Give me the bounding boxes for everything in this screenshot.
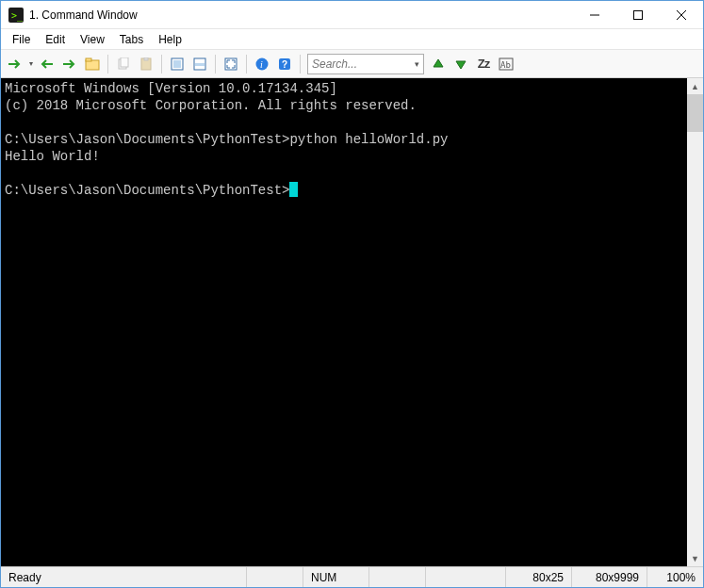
svg-rect-6 bbox=[121, 57, 128, 67]
status-caps bbox=[246, 567, 303, 587]
next-tab-button[interactable] bbox=[59, 54, 80, 74]
toolbar: ▾ bbox=[1, 50, 703, 78]
terminal-line: (c) 2018 Microsoft Corporation. All righ… bbox=[5, 98, 417, 113]
terminal-line: C:\Users\Jason\Documents\PythonTest>pyth… bbox=[5, 132, 448, 147]
search-dropdown-icon[interactable]: ▾ bbox=[415, 59, 419, 69]
case-icon: Zz bbox=[478, 57, 489, 71]
status-scroll bbox=[368, 567, 425, 587]
paste-button[interactable] bbox=[136, 54, 156, 74]
maximize-button[interactable] bbox=[616, 1, 660, 28]
status-spacer bbox=[425, 567, 505, 587]
terminal-area: Microsoft Windows [Version 10.0.17134.34… bbox=[1, 78, 703, 566]
cursor bbox=[289, 182, 298, 197]
terminal-prompt: C:\Users\Jason\Documents\PythonTest> bbox=[5, 183, 289, 198]
scroll-thumb[interactable] bbox=[687, 94, 703, 132]
menu-tabs[interactable]: Tabs bbox=[112, 31, 151, 48]
app-icon: >_ bbox=[8, 8, 24, 23]
scroll-up-icon[interactable]: ▲ bbox=[687, 78, 703, 94]
help-button[interactable]: ? bbox=[274, 54, 295, 74]
svg-text:?: ? bbox=[282, 59, 287, 70]
status-zoom: 100% bbox=[647, 567, 703, 587]
menu-view[interactable]: View bbox=[73, 31, 112, 48]
status-viewport: 80x25 bbox=[505, 567, 571, 587]
explorer-button[interactable] bbox=[82, 54, 103, 74]
menu-help[interactable]: Help bbox=[151, 31, 189, 48]
search-up-button[interactable] bbox=[428, 54, 449, 74]
scroll-track[interactable] bbox=[687, 94, 703, 550]
status-buffer: 80x9999 bbox=[571, 567, 647, 587]
svg-rect-4 bbox=[86, 58, 91, 61]
about-button[interactable]: i bbox=[252, 54, 272, 74]
case-toggle-button[interactable]: Zz bbox=[473, 54, 494, 74]
copy-button[interactable] bbox=[113, 54, 134, 74]
svg-rect-13 bbox=[225, 58, 237, 70]
select-block-button[interactable] bbox=[167, 54, 188, 74]
titlebar: >_ 1. Command Window bbox=[1, 1, 703, 29]
scroll-down-icon[interactable]: ▼ bbox=[687, 550, 703, 566]
terminal[interactable]: Microsoft Windows [Version 10.0.17134.34… bbox=[1, 78, 687, 566]
menubar: File Edit View Tabs Help bbox=[1, 29, 703, 50]
prev-tab-button[interactable] bbox=[37, 54, 57, 74]
regex-toggle-button[interactable]: Ab bbox=[496, 54, 516, 74]
close-button[interactable] bbox=[660, 1, 703, 28]
minimize-button[interactable] bbox=[573, 1, 616, 28]
scrollbar[interactable]: ▲ ▼ bbox=[687, 78, 703, 566]
fullscreen-button[interactable] bbox=[221, 54, 241, 74]
new-tab-dropdown[interactable]: ▾ bbox=[27, 59, 35, 68]
svg-rect-2 bbox=[634, 10, 643, 19]
svg-text:Ab: Ab bbox=[500, 60, 511, 70]
svg-rect-8 bbox=[144, 57, 148, 60]
svg-text:>_: >_ bbox=[11, 10, 24, 22]
status-num: NUM bbox=[303, 567, 368, 587]
select-line-button[interactable] bbox=[189, 54, 210, 74]
window-title: 1. Command Window bbox=[29, 8, 573, 22]
terminal-line: Hello World! bbox=[5, 149, 100, 164]
svg-rect-10 bbox=[173, 60, 181, 68]
statusbar: Ready NUM 80x25 80x9999 100% bbox=[1, 566, 703, 587]
search-down-button[interactable] bbox=[450, 54, 471, 74]
search-input[interactable] bbox=[312, 57, 411, 71]
menu-file[interactable]: File bbox=[5, 31, 38, 48]
terminal-line: Microsoft Windows [Version 10.0.17134.34… bbox=[5, 81, 337, 96]
search-box[interactable]: ▾ bbox=[307, 54, 424, 74]
svg-text:i: i bbox=[260, 59, 263, 70]
menu-edit[interactable]: Edit bbox=[38, 31, 73, 48]
new-tab-button[interactable] bbox=[5, 54, 25, 74]
svg-rect-12 bbox=[195, 63, 205, 66]
status-ready: Ready bbox=[1, 567, 246, 587]
